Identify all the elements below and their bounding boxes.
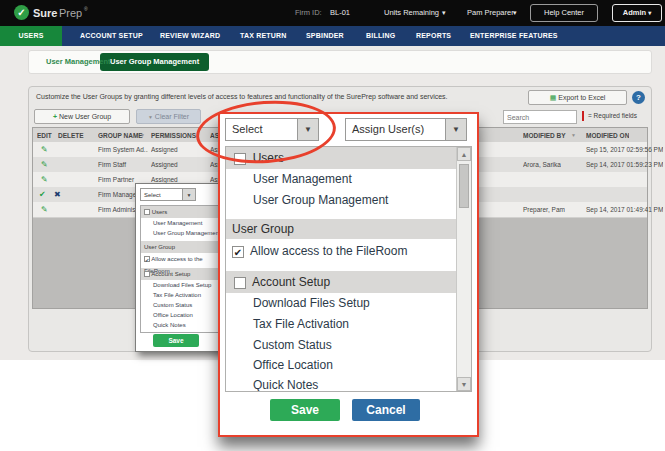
new-user-group-button[interactable]: + New User Group <box>34 109 130 124</box>
checkbox-checked[interactable]: ✔ <box>144 256 150 262</box>
permissions-list: Users User Management User Group Managem… <box>225 146 472 392</box>
item-label: Allow access to the FileRoom <box>250 244 407 258</box>
plus-icon: + <box>53 113 57 120</box>
list-item[interactable]: Quick Notes <box>226 375 457 392</box>
help-icon[interactable]: ? <box>632 91 645 104</box>
list-item[interactable]: Office Location <box>226 355 457 375</box>
column-header-permissions[interactable]: PERMISSIONS <box>151 128 196 143</box>
edit-icon[interactable]: ✎ <box>41 202 48 217</box>
list-item[interactable]: User Group Management <box>226 190 457 211</box>
chevron-down-icon[interactable]: ▾ <box>442 0 446 26</box>
modified-on-cell: Sep 14, 2017 01:59:23 PM <box>586 157 663 172</box>
tab-user-group-management[interactable]: User Group Management <box>100 53 209 71</box>
nav-item-enterprise-features[interactable]: ENTERPRISE FEATURES <box>470 26 558 46</box>
nav-item-spbinder[interactable]: SPBINDER <box>306 26 344 46</box>
cancel-button[interactable]: Cancel <box>352 399 420 421</box>
chevron-down-icon: ▼ <box>445 119 466 140</box>
clear-filter-button[interactable]: ▼ Clear Filter <box>136 109 201 124</box>
list-item[interactable]: User Group Management <box>141 228 229 238</box>
top-bar: ✓ Sure Prep ® Firm ID: BL-01 Units Remai… <box>0 0 665 26</box>
main-nav: USERS ACCOUNT SETUP REVIEW WIZARD TAX RE… <box>0 26 665 46</box>
search-input[interactable] <box>503 110 577 124</box>
tab-user-management[interactable]: User Management <box>46 53 111 71</box>
nav-item-reports[interactable]: REPORTS <box>416 26 451 46</box>
chevron-down-icon: ▼ <box>182 189 195 200</box>
edit-icon[interactable]: ✎ <box>41 172 48 187</box>
select-dropdown[interactable]: Select ▼ <box>225 118 319 141</box>
nav-item-review-wizard[interactable]: REVIEW WIZARD <box>160 26 220 46</box>
chevron-down-icon[interactable]: ▾ <box>513 0 517 26</box>
required-fields-label: = Required fields <box>588 112 637 119</box>
scrollbar[interactable]: ▲ ▼ <box>456 147 471 391</box>
scroll-up-icon[interactable]: ▲ <box>457 147 471 161</box>
nav-item-users[interactable]: USERS <box>0 26 62 46</box>
checkbox[interactable] <box>234 277 246 289</box>
list-item-checked[interactable]: ✔ Allow access to the FileRoom <box>226 239 457 263</box>
column-header-delete: DELETE <box>58 128 84 143</box>
column-header-group-name[interactable]: GROUP NAME <box>98 128 143 143</box>
filter-icon[interactable]: ▼ <box>140 128 145 143</box>
confirm-icon[interactable]: ✔ <box>39 187 46 202</box>
scrollbar-thumb[interactable] <box>459 164 469 208</box>
permissions-list-small: Users User Management User Group Managem… <box>140 205 230 333</box>
list-item[interactable]: Office Location <box>141 310 229 320</box>
modified-by-cell: Preparer, Pam <box>523 202 565 217</box>
group-label: Account Setup <box>252 275 330 289</box>
save-button[interactable]: Save <box>270 399 340 421</box>
list-item[interactable]: Download Files Setup <box>141 280 229 290</box>
list-item[interactable]: User Management <box>141 218 229 228</box>
save-button-small[interactable]: Save <box>153 334 199 347</box>
filter-icon: ▼ <box>148 114 153 120</box>
select-dropdown[interactable]: Select ▼ <box>140 188 196 201</box>
group-label: Users <box>152 209 168 215</box>
list-item-checked[interactable]: ✔ Allow access to the FileRoom <box>141 253 229 265</box>
checkbox[interactable] <box>144 209 150 215</box>
list-item[interactable]: Tax File Activation <box>226 314 457 335</box>
app-window: ✓ Sure Prep ® Firm ID: BL-01 Units Remai… <box>0 0 665 451</box>
chevron-down-icon: ▼ <box>297 119 318 140</box>
group-header-users[interactable]: Users <box>141 206 229 218</box>
checkbox[interactable] <box>234 153 246 165</box>
list-item[interactable]: Custom Status <box>141 300 229 310</box>
card-description: Customize the User Groups by granting di… <box>36 93 516 100</box>
clear-filter-label: Clear Filter <box>155 113 189 120</box>
registered-mark: ® <box>84 6 88 12</box>
new-group-label: New User Group <box>59 113 111 120</box>
list-item[interactable]: Custom Status <box>226 335 457 355</box>
assign-users-dropdown[interactable]: Assign User(s) ▼ <box>345 118 467 141</box>
export-label: Export to Excel <box>558 94 605 101</box>
group-header-users[interactable]: Users <box>226 147 457 169</box>
export-to-excel-button[interactable]: ▦ Export to Excel <box>528 90 627 105</box>
group-header-account-setup[interactable]: Account Setup <box>226 271 457 293</box>
list-item[interactable]: User Management <box>226 169 457 190</box>
scroll-down-icon[interactable]: ▼ <box>457 377 471 391</box>
checkbox[interactable] <box>144 271 150 277</box>
assign-users-value: Assign User(s) <box>352 123 424 135</box>
edit-icon[interactable]: ✎ <box>41 142 48 157</box>
edit-icon[interactable]: ✎ <box>41 157 48 172</box>
select-value: Select <box>144 192 161 198</box>
chevron-down-icon: ▾ <box>648 10 651 16</box>
modified-by-cell: Arora, Sarika <box>523 157 561 172</box>
nav-item-billing[interactable]: BILLING <box>366 26 395 46</box>
admin-menu-button[interactable]: Admin ▾ <box>612 4 662 22</box>
nav-item-account-setup[interactable]: ACCOUNT SETUP <box>80 26 143 46</box>
column-header-edit: EDIT <box>37 128 52 143</box>
nav-item-tax-return[interactable]: TAX RETURN <box>240 26 287 46</box>
list-item[interactable]: Tax File Activation <box>141 290 229 300</box>
filter-icon[interactable]: ▼ <box>571 128 576 143</box>
units-remaining-menu[interactable]: Units Remaining <box>384 0 439 26</box>
help-center-button[interactable]: Help Center <box>530 4 598 22</box>
group-name-cell: Firm Staff <box>98 157 148 172</box>
list-item[interactable]: Quick Notes <box>141 320 229 330</box>
group-label: Account Setup <box>151 271 190 277</box>
excel-icon: ▦ <box>550 94 557 101</box>
brand-sure: Sure <box>33 0 57 26</box>
column-header-modified-on[interactable]: MODIFIED ON <box>586 128 629 143</box>
cancel-icon[interactable]: ✖ <box>54 187 61 202</box>
user-menu[interactable]: Pam Preparer <box>467 0 514 26</box>
group-header-account-setup[interactable]: Account Setup <box>141 268 229 280</box>
column-header-modified-by[interactable]: MODIFIED BY <box>523 128 566 143</box>
list-item[interactable]: Download Files Setup <box>226 293 457 314</box>
checkbox-checked[interactable]: ✔ <box>232 246 244 258</box>
